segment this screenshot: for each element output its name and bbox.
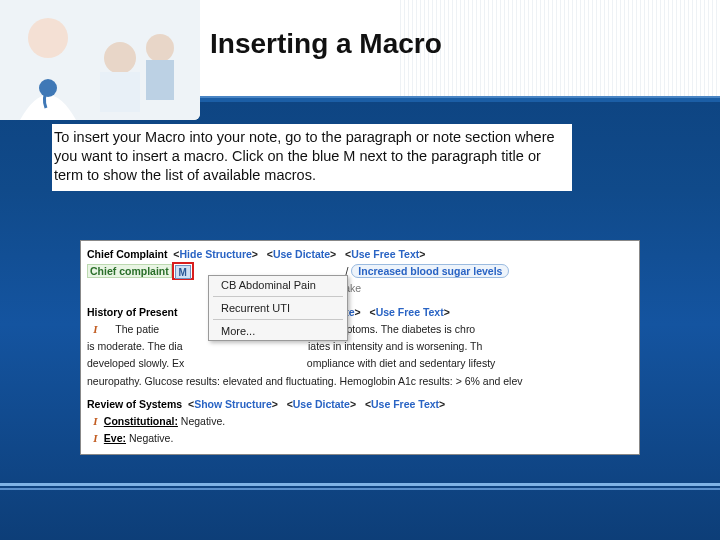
info-icon: I bbox=[90, 322, 101, 333]
svg-rect-6 bbox=[146, 60, 174, 100]
hpi-text: neuropathy. Glucose results: elevated an… bbox=[87, 375, 523, 387]
slide: Inserting a Macro To insert your Macro i… bbox=[0, 0, 720, 540]
use-freetext-link[interactable]: Use Free Text bbox=[376, 306, 444, 318]
section-hpi: History of Present <Use Dictate> <Use Fr… bbox=[87, 305, 635, 320]
section-chief-complaint: Chief Complaint <Hide Structure> <Use Di… bbox=[87, 247, 635, 262]
ros-label: Eve: bbox=[104, 432, 126, 444]
hpi-text: iates in intensity and is worsening. Th bbox=[308, 340, 482, 352]
header-hatch bbox=[400, 0, 720, 98]
cc-option: Include CC from nursing intake bbox=[87, 281, 635, 296]
hpi-text: ompliance with diet and sedentary lifest… bbox=[307, 357, 496, 369]
instruction-text: To insert your Macro into your note, go … bbox=[52, 124, 572, 191]
macro-menu-item[interactable]: Recurrent UTI bbox=[209, 299, 347, 317]
section-title: Review of Systems bbox=[87, 398, 182, 410]
menu-separator bbox=[213, 296, 343, 297]
hpi-line: neuropathy. Glucose results: elevated an… bbox=[87, 374, 635, 389]
page-title: Inserting a Macro bbox=[210, 28, 442, 60]
note-screenshot: Chief Complaint <Hide Structure> <Use Di… bbox=[80, 240, 640, 455]
footer-divider bbox=[0, 483, 720, 486]
ros-value: Negative. bbox=[181, 415, 225, 427]
hpi-line: is moderate. The dia iates in intensity … bbox=[87, 339, 635, 354]
svg-point-3 bbox=[104, 42, 136, 74]
ros-label: Constitutional: bbox=[104, 415, 178, 427]
use-dictate-link[interactable]: Use Dictate bbox=[293, 398, 350, 410]
section-ros: Review of Systems <Show Structure> <Use … bbox=[87, 397, 635, 412]
hpi-text: developed slowly. Ex bbox=[87, 357, 184, 369]
hpi-text: The patie bbox=[115, 323, 159, 335]
hpi-line: developed slowly. Ex ompliance with diet… bbox=[87, 356, 635, 371]
svg-point-5 bbox=[146, 34, 174, 62]
footer-divider-thin bbox=[0, 488, 720, 490]
decorative-photo bbox=[0, 0, 200, 120]
use-dictate-link[interactable]: Use Dictate bbox=[273, 248, 330, 260]
use-freetext-link[interactable]: Use Free Text bbox=[351, 248, 419, 260]
show-structure-link[interactable]: Show Structure bbox=[194, 398, 272, 410]
section-title: History of Present bbox=[87, 306, 177, 318]
macro-m-highlight: M bbox=[172, 262, 194, 280]
use-freetext-link[interactable]: Use Free Text bbox=[371, 398, 439, 410]
hpi-text: is moderate. The dia bbox=[87, 340, 183, 352]
macro-menu-item[interactable]: More... bbox=[209, 322, 347, 340]
info-icon: I bbox=[90, 431, 101, 442]
note-content: Chief Complaint <Hide Structure> <Use Di… bbox=[81, 241, 639, 454]
cc-value-pill[interactable]: Increased blood sugar levels bbox=[351, 264, 509, 278]
info-icon: I bbox=[90, 414, 101, 425]
ros-value: Negative. bbox=[129, 432, 173, 444]
macro-menu-item[interactable]: CB Abdominal Pain bbox=[209, 276, 347, 294]
section-title: Chief Complaint bbox=[87, 248, 168, 260]
macro-menu[interactable]: CB Abdominal Pain Recurrent UTI More... bbox=[208, 275, 348, 341]
menu-separator bbox=[213, 319, 343, 320]
macro-m-button[interactable]: M bbox=[175, 265, 191, 279]
ros-row: I Constitutional: Negative. bbox=[87, 414, 635, 429]
svg-rect-4 bbox=[100, 72, 140, 112]
chief-complaint-row: Chief complaintM / Increased blood sugar… bbox=[87, 264, 635, 279]
ros-row: I Eve: Negative. bbox=[87, 431, 635, 446]
hide-structure-link[interactable]: Hide Structure bbox=[179, 248, 251, 260]
header-divider-bold bbox=[200, 98, 720, 102]
svg-point-1 bbox=[28, 18, 68, 58]
hpi-line: I The patie diabetes symptoms. The diabe… bbox=[87, 322, 635, 337]
chief-complaint-field[interactable]: Chief complaint bbox=[87, 264, 172, 278]
